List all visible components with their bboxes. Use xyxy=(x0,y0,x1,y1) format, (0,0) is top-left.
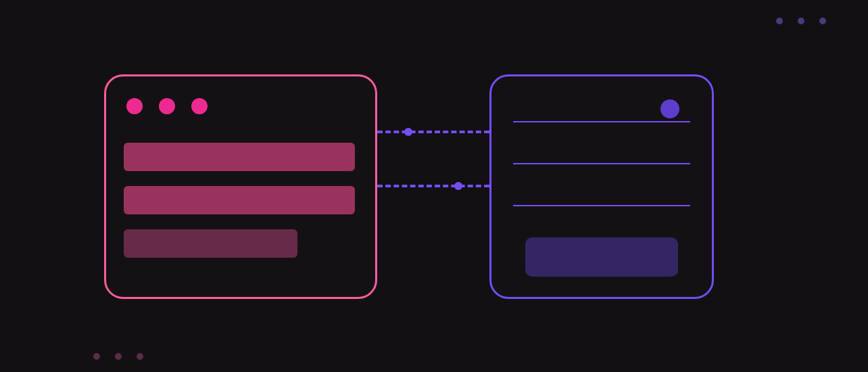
window-traffic-lights xyxy=(126,98,208,114)
avatar-icon xyxy=(660,99,679,118)
content-bar-partial xyxy=(124,229,297,258)
traffic-light-icon xyxy=(126,98,143,114)
separator-line xyxy=(513,163,690,164)
source-window xyxy=(104,74,377,299)
traffic-light-icon xyxy=(159,98,175,114)
separator-line xyxy=(513,121,690,122)
content-bar xyxy=(124,143,355,171)
separator-group xyxy=(513,121,690,206)
connector-line xyxy=(377,131,489,133)
content-bar xyxy=(124,186,355,214)
decoration-dots-bottom-left xyxy=(93,353,143,360)
dot-icon xyxy=(93,353,100,360)
dot-icon xyxy=(819,18,826,24)
dot-icon xyxy=(115,353,122,360)
connector-node-icon xyxy=(454,182,462,190)
dot-icon xyxy=(137,353,143,360)
dot-icon xyxy=(798,18,804,24)
target-panel xyxy=(489,74,714,299)
action-button-placeholder xyxy=(525,237,678,277)
dot-icon xyxy=(776,18,783,24)
content-placeholder-group xyxy=(124,143,355,258)
connector-node-icon xyxy=(404,128,412,136)
decoration-dots-top-right xyxy=(776,18,826,24)
traffic-light-icon xyxy=(191,98,208,114)
connector-line xyxy=(377,185,489,187)
separator-line xyxy=(513,205,690,206)
